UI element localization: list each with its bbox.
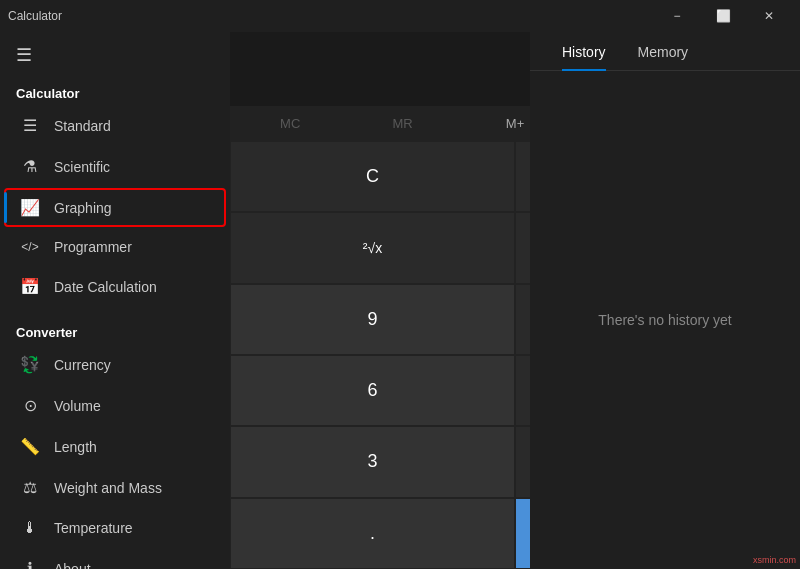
graphing-icon: 📈: [20, 198, 40, 217]
app-title: Calculator: [8, 9, 62, 23]
title-bar: Calculator − ⬜ ✕: [0, 0, 800, 32]
weight-icon: ⚖: [20, 478, 40, 497]
sidebar-label-scientific: Scientific: [54, 159, 110, 175]
sidebar-label-date: Date Calculation: [54, 279, 157, 295]
sidebar: ☰ Calculator ☰ Standard ⚗ Scientific 📈 G…: [0, 32, 230, 569]
sidebar-item-currency[interactable]: 💱 Currency: [4, 345, 226, 384]
restore-button[interactable]: ⬜: [700, 0, 746, 32]
tab-memory[interactable]: Memory: [622, 32, 705, 70]
sidebar-item-length[interactable]: 📏 Length: [4, 427, 226, 466]
sidebar-item-programmer[interactable]: </> Programmer: [4, 229, 226, 265]
mr-button[interactable]: MR: [346, 108, 458, 139]
sidebar-label-weight: Weight and Mass: [54, 480, 162, 496]
title-bar-controls: − ⬜ ✕: [654, 0, 792, 32]
sidebar-label-programmer: Programmer: [54, 239, 132, 255]
clear-button[interactable]: C: [230, 141, 515, 212]
sidebar-item-temperature[interactable]: 🌡 Temperature: [4, 509, 226, 547]
calculator-section-title: Calculator: [0, 78, 230, 105]
decimal-button[interactable]: .: [230, 498, 515, 569]
currency-icon: 💱: [20, 355, 40, 374]
sidebar-item-weight[interactable]: ⚖ Weight and Mass: [4, 468, 226, 507]
tab-history[interactable]: History: [546, 32, 622, 70]
sidebar-label-graphing: Graphing: [54, 200, 112, 216]
sidebar-item-about[interactable]: ℹ About: [4, 549, 226, 569]
sidebar-label-temperature: Temperature: [54, 520, 133, 536]
sidebar-label-about: About: [54, 561, 91, 570]
minimize-button[interactable]: −: [654, 0, 700, 32]
close-button[interactable]: ✕: [746, 0, 792, 32]
date-icon: 📅: [20, 277, 40, 296]
nine-button[interactable]: 9: [230, 284, 515, 355]
sidebar-item-volume[interactable]: ⊙ Volume: [4, 386, 226, 425]
standard-icon: ☰: [20, 116, 40, 135]
sidebar-item-date[interactable]: 📅 Date Calculation: [4, 267, 226, 306]
temperature-icon: 🌡: [20, 519, 40, 537]
sidebar-item-standard[interactable]: ☰ Standard: [4, 106, 226, 145]
about-icon: ℹ: [20, 559, 40, 569]
sidebar-label-length: Length: [54, 439, 97, 455]
converter-section-title: Converter: [0, 317, 230, 344]
sidebar-label-volume: Volume: [54, 398, 101, 414]
history-empty-message: There's no history yet: [530, 71, 800, 569]
mc-button[interactable]: MC: [234, 108, 346, 139]
six-button[interactable]: 6: [230, 355, 515, 426]
title-bar-left: Calculator: [8, 9, 62, 23]
programmer-icon: </>: [20, 240, 40, 254]
watermark: xsmin.com: [753, 555, 796, 565]
sidebar-label-currency: Currency: [54, 357, 111, 373]
right-panel: History Memory There's no history yet: [530, 32, 800, 569]
three-button[interactable]: 3: [230, 426, 515, 497]
scientific-icon: ⚗: [20, 157, 40, 176]
sidebar-label-standard: Standard: [54, 118, 111, 134]
app-body: ☰ Calculator ☰ Standard ⚗ Scientific 📈 G…: [0, 32, 800, 569]
volume-icon: ⊙: [20, 396, 40, 415]
hamburger-icon[interactable]: ☰: [0, 32, 230, 78]
sidebar-item-scientific[interactable]: ⚗ Scientific: [4, 147, 226, 186]
sidebar-item-graphing[interactable]: 📈 Graphing: [4, 188, 226, 227]
panel-tabs: History Memory: [530, 32, 800, 71]
sqrt-button[interactable]: ²√x: [230, 212, 515, 283]
length-icon: 📏: [20, 437, 40, 456]
